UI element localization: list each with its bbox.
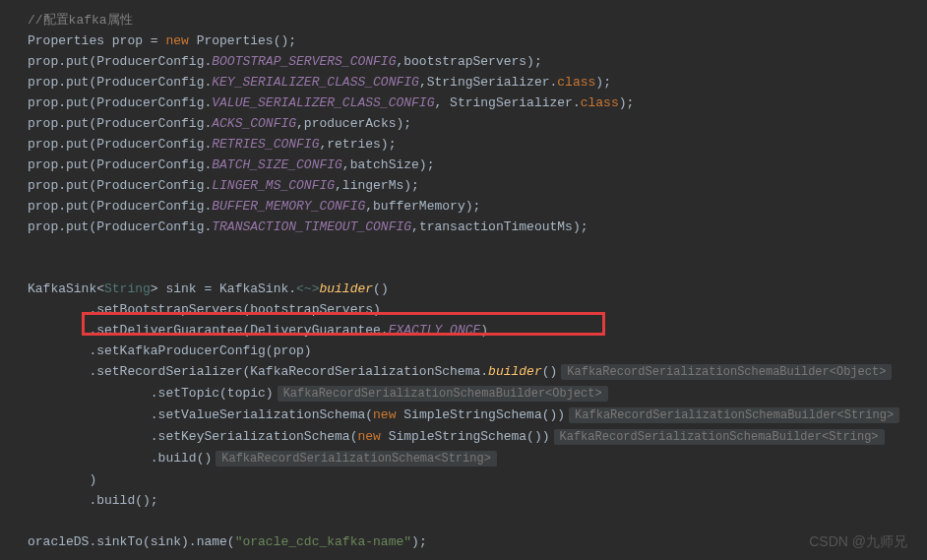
type-hint: KafkaRecordSerializationSchemaBuilder<St…	[569, 407, 899, 423]
code-line: Properties prop = new Properties();	[0, 31, 927, 51]
code-line: .setKafkaProducerConfig(prop)	[0, 341, 927, 361]
code-line: prop.put(ProducerConfig.BOOTSTRAP_SERVER…	[0, 51, 927, 72]
code-line: prop.put(ProducerConfig.VALUE_SERIALIZER…	[0, 93, 927, 113]
code-line: .setValueSerializationSchema(new SimpleS…	[0, 404, 927, 426]
code-line: .setTopic(topic)KafkaRecordSerialization…	[0, 383, 927, 404]
type-hint: KafkaRecordSerializationSchemaBuilder<St…	[554, 429, 885, 445]
type-hint: KafkaRecordSerializationSchemaBuilder<Ob…	[278, 386, 608, 402]
code-line: .setBootstrapServers(bootstrapServers)	[0, 299, 927, 320]
type-hint: KafkaRecordSerializationSchema<String>	[216, 451, 497, 467]
type-hint: KafkaRecordSerializationSchemaBuilder<Ob…	[561, 364, 892, 380]
code-line: .build();	[0, 490, 927, 511]
code-line: .setRecordSerializer(KafkaRecordSerializ…	[0, 361, 927, 383]
code-line: prop.put(ProducerConfig.KEY_SERIALIZER_C…	[0, 72, 927, 93]
code-line: prop.put(ProducerConfig.LINGER_MS_CONFIG…	[0, 175, 927, 196]
code-line: .setDeliverGuarantee(DeliveryGuarantee.E…	[0, 320, 927, 341]
code-line: .setKeySerializationSchema(new SimpleStr…	[0, 426, 927, 448]
code-line: prop.put(ProducerConfig.RETRIES_CONFIG,r…	[0, 134, 927, 155]
code-line: prop.put(ProducerConfig.BATCH_SIZE_CONFI…	[0, 155, 927, 175]
code-line: )	[0, 469, 927, 490]
watermark: CSDN @九师兄	[809, 531, 907, 552]
code-line	[0, 237, 927, 258]
code-line: .build()KafkaRecordSerializationSchema<S…	[0, 448, 927, 469]
code-line: oracleDS.sinkTo(sink).name("oracle_cdc_k…	[0, 531, 927, 552]
code-line: prop.put(ProducerConfig.ACKS_CONFIG,prod…	[0, 113, 927, 134]
code-line: KafkaSink<String> sink = KafkaSink.<~>bu…	[0, 279, 927, 299]
code-line	[0, 511, 927, 531]
code-line: prop.put(ProducerConfig.BUFFER_MEMORY_CO…	[0, 196, 927, 217]
code-line: prop.put(ProducerConfig.TRANSACTION_TIME…	[0, 217, 927, 237]
code-editor[interactable]: //配置kafka属性 Properties prop = new Proper…	[0, 10, 927, 552]
code-line: //配置kafka属性	[0, 10, 927, 31]
code-line	[0, 258, 927, 279]
